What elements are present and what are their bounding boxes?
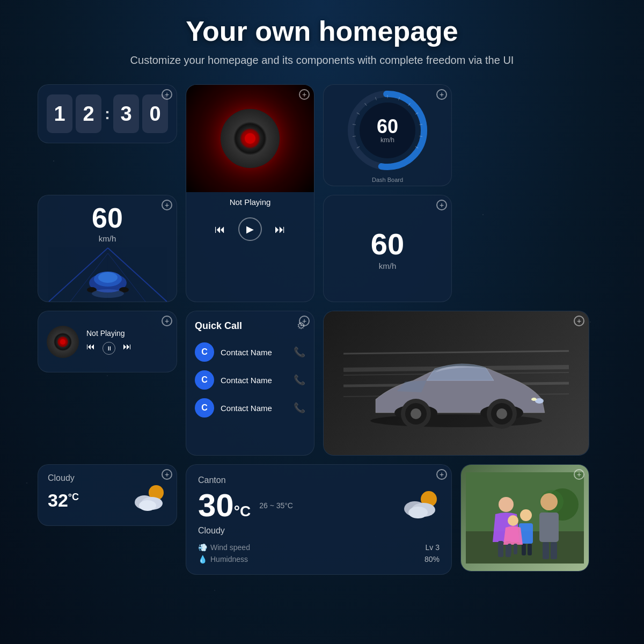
contact-avatar-1: C [195, 342, 214, 362]
wind-row: 💨 Wind speed Lv 3 [198, 543, 440, 552]
svg-point-36 [411, 408, 421, 419]
humidity-icon: 💧 [198, 555, 207, 564]
svg-rect-63 [522, 544, 526, 555]
widget-grid: + 1 2 : 3 0 + Not Playing ⏮ ▶ ⏭ + [0, 84, 644, 575]
car-photo-inner [324, 311, 589, 455]
music-small-add-button[interactable]: + [162, 316, 172, 326]
family-illustration [466, 472, 584, 564]
weather-condition-large: Cloudy [198, 526, 440, 536]
family-photo-inner [461, 465, 589, 571]
call-icon-2[interactable]: 📞 [294, 374, 305, 386]
music-small-prev[interactable]: ⏮ [86, 342, 95, 355]
weather-temp-small: 32°C [48, 490, 79, 511]
weather-range: 26 ~ 35°C [259, 501, 293, 510]
weather-condition-small: Cloudy [48, 473, 167, 483]
vinyl-small [47, 326, 79, 358]
svg-point-49 [408, 507, 428, 518]
gauge-speed: 60 [377, 117, 398, 136]
call-icon-3[interactable]: 📞 [294, 402, 305, 414]
page-title: Your own homepage [11, 16, 633, 47]
weather-big-temp: 30°C [198, 489, 251, 522]
family-photo-widget: + [460, 464, 589, 572]
dashboard-widget: + [323, 84, 452, 186]
svg-line-26 [343, 351, 569, 354]
contact-name-1: Contact Name [221, 348, 287, 357]
svg-point-22 [98, 272, 118, 283]
music-small-next[interactable]: ⏭ [123, 342, 131, 355]
car-photo-widget: + [323, 311, 589, 456]
humidity-val: 80% [425, 555, 440, 564]
music-small-pause[interactable]: ⏸ [103, 342, 115, 355]
music-player-large: + Not Playing ⏮ ▶ ⏭ [186, 84, 314, 302]
speed2-value: 60 [371, 226, 404, 261]
svg-rect-67 [514, 544, 517, 554]
weather-large-add-button[interactable]: + [436, 469, 447, 480]
music-small-status: Not Playing [86, 329, 168, 338]
music-controls: ⏮ ▶ ⏭ [215, 211, 286, 250]
wind-val: Lv 3 [426, 543, 440, 552]
svg-rect-59 [498, 541, 503, 557]
svg-point-61 [520, 509, 532, 521]
speed2-unit: km/h [379, 261, 397, 270]
weather-small-add-button[interactable]: + [162, 469, 172, 480]
speed2-add-button[interactable]: + [436, 200, 447, 210]
play-button[interactable]: ▶ [238, 217, 262, 241]
car-speed-unit: km/h [38, 234, 177, 243]
contact-name-2: Contact Name [221, 376, 287, 385]
svg-rect-55 [539, 513, 559, 542]
clock-m2: 0 [142, 94, 168, 133]
gauge-unit: km/h [377, 136, 398, 144]
contact-avatar-3: C [195, 398, 214, 418]
svg-point-65 [508, 515, 518, 526]
wind-label: 💨 Wind speed [198, 543, 250, 552]
humidity-row: 💧 Humidness 80% [198, 555, 440, 564]
svg-point-58 [499, 497, 514, 512]
humidity-label: 💧 Humidness [198, 555, 248, 564]
weather-icon-small [133, 483, 167, 518]
clock-m1: 3 [113, 94, 139, 133]
weather-main-row: 30°C 26 ~ 35°C [198, 489, 440, 522]
svg-rect-57 [551, 542, 557, 559]
header: Your own homepage Customize your homepag… [0, 0, 644, 79]
dashboard-add-button[interactable]: + [436, 89, 447, 100]
music-small-controls: ⏮ ⏸ ⏭ [86, 342, 168, 355]
clock-widget: + 1 2 : 3 0 [38, 84, 177, 143]
vinyl-small-center [60, 339, 65, 345]
car-speed-value: 60 [92, 202, 123, 233]
svg-point-54 [540, 493, 558, 510]
contact-row-2: C Contact Name 📞 [195, 366, 305, 394]
svg-rect-56 [543, 542, 549, 559]
music-small-widget: + Not Playing ⏮ ⏸ ⏭ [38, 311, 177, 372]
contact-avatar-2: C [195, 370, 214, 390]
prev-button[interactable]: ⏮ [215, 223, 225, 236]
gauge-center: 60 km/h [377, 117, 398, 144]
clock-add-button[interactable]: + [162, 89, 172, 100]
quick-call-add-button[interactable]: + [299, 316, 310, 326]
clock-h2: 2 [76, 94, 101, 133]
weather-small-widget: + Cloudy 32°C [38, 464, 177, 526]
svg-rect-66 [508, 544, 511, 554]
contact-row-3: C Contact Name 📞 [195, 394, 305, 422]
car-speed-widget: + 60 km/h [38, 195, 177, 302]
contact-row-1: C Contact Name 📞 [195, 338, 305, 366]
clock-h1: 1 [47, 94, 72, 133]
contact-name-3: Contact Name [221, 404, 287, 413]
car-illustration [343, 321, 569, 445]
weather-city: Canton [198, 475, 440, 485]
vinyl-record [221, 109, 280, 168]
vinyl-center [245, 133, 255, 144]
next-button[interactable]: ⏭ [275, 223, 286, 236]
quick-call-title: Quick Call [195, 320, 242, 332]
speedometer-col3-row2: + 60 km/h [323, 195, 452, 302]
clock-separator: : [105, 106, 110, 122]
gauge-container: 60 km/h [345, 87, 430, 173]
music-small-info: Not Playing ⏮ ⏸ ⏭ [86, 329, 168, 355]
svg-point-39 [496, 408, 507, 419]
music-status: Not Playing [230, 192, 271, 211]
svg-rect-64 [528, 544, 532, 555]
dashboard-label: Dash Board [372, 177, 403, 183]
call-icon-1[interactable]: 📞 [294, 346, 305, 358]
page-subtitle: Customize your homepage and its componen… [11, 52, 633, 68]
weather-large-widget: + Canton 30°C 26 ~ 35°C Cloudy 💨 Win [186, 464, 452, 575]
svg-point-25 [92, 289, 124, 298]
